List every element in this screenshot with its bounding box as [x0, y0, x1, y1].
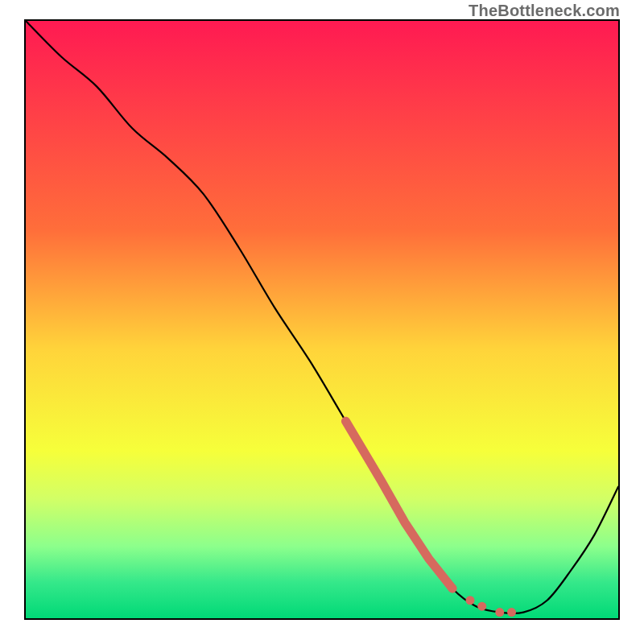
plot-area — [24, 19, 620, 620]
highlight-segment — [345, 421, 452, 588]
chart-stage: TheBottleneck.com — [0, 0, 644, 644]
highlight-dot — [495, 608, 504, 617]
highlight-dot — [466, 596, 475, 605]
curve-layer — [26, 21, 618, 618]
highlight-dot — [507, 608, 516, 617]
highlight-dot — [448, 584, 456, 592]
watermark-text: TheBottleneck.com — [469, 2, 620, 20]
highlight-dots — [448, 584, 516, 617]
bottleneck-curve — [26, 21, 618, 613]
highlight-dot — [477, 602, 486, 611]
